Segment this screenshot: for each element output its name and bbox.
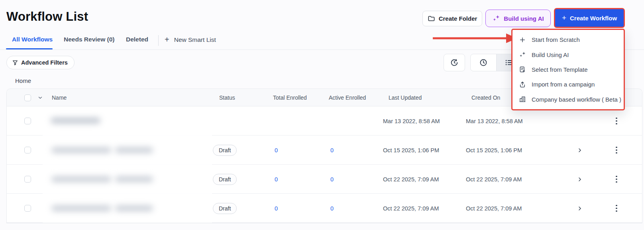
upload-icon (519, 81, 526, 88)
status-badge: Draft (213, 203, 237, 214)
row-expand-chevron-icon[interactable] (577, 194, 583, 223)
blurred-name (115, 205, 153, 211)
created-on-value: Mar 13 2022, 8:58 AM (466, 106, 523, 136)
build-using-ai-button[interactable]: Build using AI (485, 10, 551, 27)
row-checkbox[interactable] (24, 147, 31, 153)
menu-item-company-based-workflow[interactable]: Company based workflow ( Beta ) (512, 92, 624, 107)
breadcrumb[interactable]: Home (15, 77, 31, 84)
created-on-value: Oct 22 2025, 7:09 AM (466, 194, 522, 223)
funnel-icon (12, 59, 18, 66)
last-updated-value: Oct 15 2025, 1:06 PM (383, 136, 439, 165)
create-workflow-highlight-box: + Create Workflow (554, 8, 625, 28)
select-all-checkbox[interactable] (24, 94, 31, 101)
create-folder-label: Create Folder (439, 15, 477, 22)
building-icon (519, 96, 526, 103)
menu-item-label: Select from Template (532, 66, 588, 73)
menu-item-import-from-campaign[interactable]: Import from a campaign (512, 77, 624, 92)
row-menu-kebab-icon[interactable] (613, 202, 620, 215)
menu-item-select-from-template[interactable]: Select from Template (512, 62, 624, 77)
active-enrolled-link[interactable]: 0 (330, 194, 334, 223)
status-badge: Draft (213, 145, 237, 156)
create-folder-button[interactable]: Create Folder (422, 11, 482, 26)
menu-item-start-from-scratch[interactable]: Start from Scratch (512, 32, 624, 47)
advanced-filters-button[interactable]: Advanced Filters (6, 56, 75, 69)
col-created-on[interactable]: Created On (471, 89, 500, 106)
last-updated-value: Mar 13 2022, 8:58 AM (383, 106, 440, 136)
total-enrolled-link[interactable]: 0 (275, 136, 278, 165)
sparkles-icon (519, 51, 526, 58)
col-last-updated[interactable]: Last Updated (389, 89, 422, 106)
menu-item-build-using-ai[interactable]: Build Using AI (512, 47, 624, 62)
row-expand-chevron-icon[interactable] (577, 136, 583, 165)
folder-icon (428, 15, 435, 22)
blurred-name (51, 118, 100, 124)
total-enrolled-link[interactable]: 0 (275, 194, 278, 223)
menu-item-label: Company based workflow ( Beta ) (532, 96, 621, 103)
row-menu-kebab-icon[interactable] (613, 144, 620, 157)
blurred-name (115, 147, 153, 153)
create-workflow-button[interactable]: + Create Workflow (555, 9, 624, 27)
active-enrolled-link[interactable]: 0 (330, 136, 334, 165)
blurred-name (51, 147, 111, 153)
menu-item-label: Import from a campaign (532, 81, 595, 88)
active-tab-underline (6, 48, 53, 49)
tab-needs-review[interactable]: Needs Review (0) (64, 36, 115, 43)
blurred-name (51, 176, 111, 182)
build-ai-label: Build using AI (504, 15, 544, 22)
status-badge: Draft (213, 174, 237, 185)
history-icon (450, 58, 459, 67)
row-menu-kebab-icon[interactable] (613, 114, 620, 128)
tab-all-workflows[interactable]: All Workflows (12, 36, 53, 43)
new-smart-list-button[interactable]: + New Smart List (165, 36, 216, 44)
col-name[interactable]: Name (52, 89, 67, 106)
row-checkbox[interactable] (24, 118, 31, 124)
tab-deleted[interactable]: Deleted (126, 36, 148, 43)
tab-group-divider (158, 35, 159, 46)
total-enrolled-link[interactable]: 0 (275, 165, 278, 194)
row-checkbox[interactable] (24, 176, 31, 183)
created-on-value: Oct 22 2025, 7:09 AM (466, 165, 522, 194)
active-enrolled-link[interactable]: 0 (330, 165, 334, 194)
history-view-button[interactable] (444, 54, 465, 71)
row-expand-chevron-icon[interactable] (577, 165, 583, 194)
expand-all-chevron-icon[interactable] (37, 89, 43, 106)
created-on-value: Oct 15 2025, 1:06 PM (466, 136, 522, 165)
menu-item-label: Start from Scratch (532, 36, 580, 43)
create-workflow-dropdown: Start from Scratch Build Using AI Select… (511, 29, 625, 110)
page-title: Workflow List (6, 10, 88, 24)
create-workflow-label: Create Workflow (570, 15, 617, 22)
timeline-view-button[interactable] (471, 54, 496, 71)
last-updated-value: Oct 22 2025, 7:09 AM (383, 165, 439, 194)
plus-icon (519, 36, 526, 43)
plus-icon: + (562, 14, 566, 22)
sparkles-icon (492, 14, 500, 22)
col-active-enrolled[interactable]: Active Enrolled (329, 89, 366, 106)
row-menu-kebab-icon[interactable] (613, 173, 620, 186)
plus-icon: + (165, 35, 169, 43)
col-status[interactable]: Status (219, 89, 235, 106)
menu-item-label: Build Using AI (532, 51, 569, 58)
last-updated-value: Oct 22 2025, 7:09 AM (383, 194, 439, 223)
col-total-enrolled[interactable]: Total Enrolled (273, 89, 307, 106)
clock-icon (479, 58, 488, 67)
new-smart-list-label: New Smart List (174, 36, 216, 43)
advanced-filters-label: Advanced Filters (21, 59, 68, 66)
annotation-arrow (430, 31, 518, 45)
blurred-name (115, 176, 153, 182)
template-icon (519, 66, 526, 73)
blurred-name (51, 205, 111, 211)
row-checkbox[interactable] (24, 205, 31, 212)
